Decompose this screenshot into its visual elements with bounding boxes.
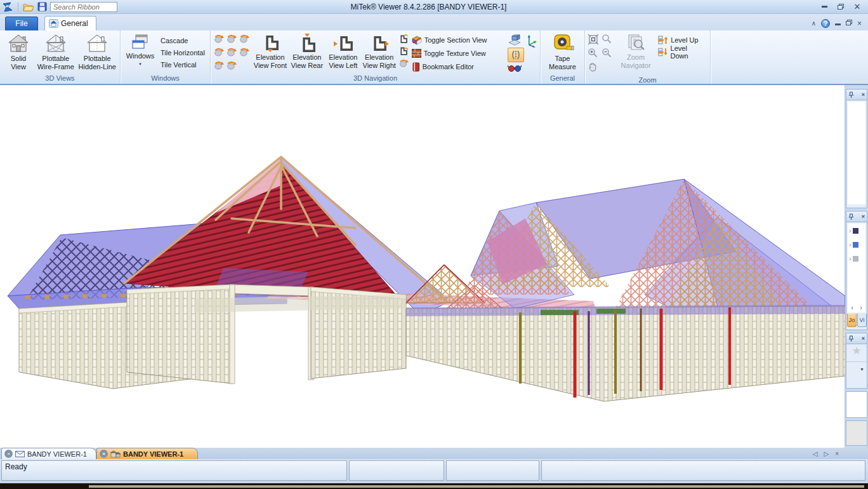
plan-view-down-icon[interactable]: [398, 46, 409, 57]
dock-panel-middle: × › › › ‹ › Jo Vi: [846, 211, 867, 330]
mdi-close-icon[interactable]: ×: [857, 20, 862, 27]
level-up-item[interactable]: Level Up: [656, 35, 707, 45]
3d-viewport[interactable]: [0, 85, 845, 448]
spin-up-icon[interactable]: [226, 47, 237, 58]
group-label-3d-navigation: 3D Navigation: [211, 74, 540, 84]
spin-left-icon[interactable]: [239, 34, 249, 44]
dock-gray-box[interactable]: [846, 420, 867, 446]
rotate-down-icon[interactable]: [213, 47, 224, 58]
texture-brick-icon: [412, 49, 421, 58]
elevation-right-button[interactable]: Elevation View Right: [362, 32, 397, 70]
windows-dropdown-button[interactable]: Windows ▼: [123, 32, 157, 69]
dock-dropdown-icon[interactable]: ▼: [846, 362, 867, 372]
toggle-texture-view-item[interactable]: Toggle Texture View: [410, 47, 506, 60]
pin-icon[interactable]: [848, 335, 854, 342]
plottable-wireframe-button[interactable]: Plottable Wire-Frame: [36, 32, 76, 72]
stereo-glasses-icon[interactable]: [508, 64, 522, 72]
search-ribbon-input[interactable]: [50, 2, 117, 12]
truss-model-scene: [0, 85, 845, 448]
group-label-3d-views: 3D Views: [0, 74, 120, 84]
app-logo-icon[interactable]: [3, 2, 13, 12]
tab-file[interactable]: File: [5, 17, 38, 30]
group-general: Tape Measure General: [541, 30, 585, 84]
pan-hand-icon[interactable]: [588, 62, 598, 72]
elevation-front-button[interactable]: Elevation View Front: [253, 32, 288, 70]
doc-tab-3d-view[interactable]: × BANDY VIEWER-1: [96, 448, 198, 459]
elevation-left-icon: [334, 34, 353, 53]
pin-icon[interactable]: [848, 91, 854, 98]
restore-button[interactable]: [832, 2, 849, 11]
rotate-ccw-icon[interactable]: [213, 60, 224, 71]
tree-item[interactable]: ›: [848, 251, 865, 265]
elevation-left-button[interactable]: Elevation View Left: [326, 32, 360, 70]
dock-panel-bottom: × ★ ▼: [846, 333, 867, 389]
rotate-buttons-grid: [213, 32, 251, 74]
cube-on-plane-icon[interactable]: [508, 34, 522, 46]
zoom-in-icon[interactable]: [588, 48, 598, 58]
plottable-hiddenline-button[interactable]: Plottable Hidden-Line: [77, 32, 117, 72]
save-icon[interactable]: [37, 2, 47, 11]
zoom-fit-icon[interactable]: [588, 34, 599, 45]
solid-view-button[interactable]: Solid View: [3, 32, 34, 72]
bookmark-book-icon: [412, 62, 420, 72]
elevation-rear-button[interactable]: Elevation View Rear: [289, 32, 325, 70]
spin-down-icon[interactable]: [226, 60, 237, 71]
zoom-window-icon[interactable]: [602, 34, 612, 44]
bookmark-star-icon[interactable]: ★: [846, 344, 867, 362]
bookmark-editor-item[interactable]: Bookmark Editor: [410, 60, 506, 73]
home-icon: [49, 19, 58, 28]
tree-item[interactable]: ›: [848, 224, 865, 238]
tab-close-icon[interactable]: ×: [835, 450, 839, 457]
scroll-left-icon[interactable]: ‹: [851, 304, 853, 311]
status-bar: Ready: [0, 459, 868, 483]
minimize-button[interactable]: [816, 2, 832, 11]
dock-tab-jobs[interactable]: Jo: [847, 314, 857, 327]
spin-right-icon[interactable]: [239, 47, 249, 58]
collapse-ribbon-icon[interactable]: ∧: [812, 20, 816, 27]
cascade-windows-icon: [130, 34, 150, 51]
tile-horizontal-item[interactable]: Tile Horizontal: [159, 47, 207, 59]
mdi-restore-icon[interactable]: [846, 20, 852, 27]
axes-icon[interactable]: [525, 34, 537, 48]
orbit-model-icon[interactable]: [398, 58, 409, 69]
open-file-icon[interactable]: [23, 3, 34, 11]
rotate-cw-icon[interactable]: [226, 34, 237, 44]
close-panel-icon[interactable]: ×: [862, 91, 865, 98]
tile-vertical-item[interactable]: Tile Vertical: [159, 59, 207, 71]
tab-general[interactable]: General: [44, 16, 96, 30]
zoom-out-icon[interactable]: [602, 48, 612, 58]
close-tab-icon[interactable]: ×: [4, 450, 13, 458]
rotate-up-icon[interactable]: [213, 34, 224, 44]
mdi-minimize-icon[interactable]: [835, 20, 841, 27]
dock-panel-top: ×: [846, 89, 867, 208]
close-tab-icon[interactable]: ×: [100, 450, 108, 458]
help-icon[interactable]: ?: [821, 19, 830, 28]
dock-tab-views[interactable]: Vi: [857, 314, 867, 327]
toggle-section-view-item[interactable]: Toggle Section View: [410, 34, 506, 46]
tape-measure-button[interactable]: Tape Measure: [544, 32, 582, 72]
plan-view-up-icon[interactable]: [398, 34, 409, 44]
cascade-item[interactable]: Cascade: [159, 35, 207, 47]
close-panel-icon[interactable]: ×: [862, 213, 865, 220]
dock-scroll-box[interactable]: [846, 391, 867, 418]
group-zoom: Zoom Navigator Level Up: [585, 30, 711, 84]
close-button[interactable]: ✕: [849, 2, 865, 11]
zoom-navigator-button[interactable]: Zoom Navigator: [617, 32, 655, 70]
group-label-zoom: Zoom: [585, 76, 710, 84]
group-3d-navigation: Elevation View Front Elevation View Rear…: [211, 30, 541, 84]
tab-scroll-right-icon[interactable]: ▷: [824, 450, 829, 457]
group-label-windows: Windows: [121, 74, 210, 84]
scroll-right-icon[interactable]: ›: [860, 304, 862, 311]
status-panel-2: [349, 460, 444, 481]
ribbon: Solid View Plottable Wire-Frame: [0, 30, 868, 85]
section-plane-toggle-button[interactable]: [508, 48, 524, 62]
level-down-item[interactable]: Level Down: [656, 47, 707, 57]
elevation-right-icon: [370, 34, 389, 53]
tree-item[interactable]: ›: [848, 238, 865, 251]
close-panel-icon[interactable]: ×: [862, 335, 865, 342]
doc-tab-report[interactable]: × BANDY VIEWER-1: [1, 448, 96, 459]
tab-scroll-left-icon[interactable]: ◁: [813, 450, 818, 457]
pin-icon[interactable]: [848, 213, 854, 220]
house-hiddenline-icon: [86, 34, 109, 54]
ribbon-tab-row: File General ∧ ? ×: [0, 14, 868, 30]
